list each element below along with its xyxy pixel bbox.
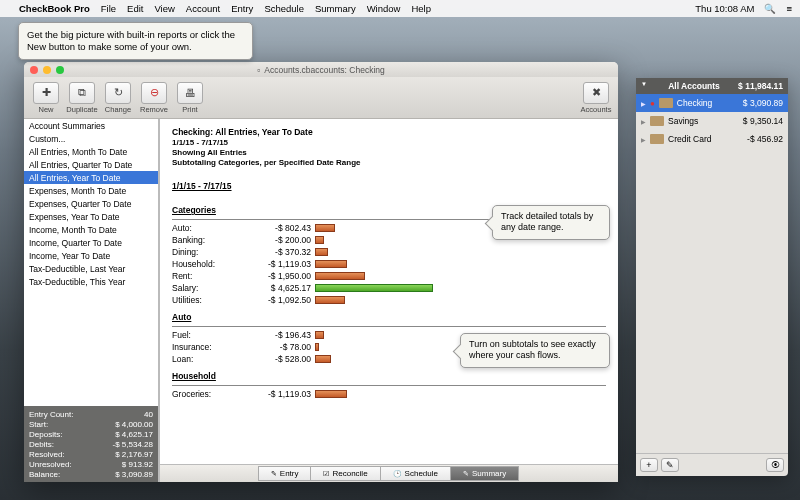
report-list-item[interactable]: Account Summaries (24, 119, 158, 132)
household-header: Household (172, 371, 606, 381)
stat-row: Deposits:$ 4,625.17 (29, 429, 153, 439)
category-row: Utilities:-$ 1,092.50 (172, 294, 606, 306)
intro-tooltip: Get the big picture with built-in report… (18, 22, 253, 60)
spotlight-icon[interactable]: 🔍 (764, 3, 776, 14)
drawer-header[interactable]: All Accounts $ 11,984.11 (636, 78, 788, 94)
menubar: CheckBook Pro File Edit View Account Ent… (0, 0, 800, 17)
tab-schedule[interactable]: 🕒Schedule (380, 466, 451, 481)
menu-entry[interactable]: Entry (231, 3, 253, 14)
callout-subtotals: Turn on subtotals to see exactly where y… (460, 333, 610, 368)
add-account-button[interactable]: + (640, 458, 658, 472)
category-row: Household:-$ 1,119.03 (172, 258, 606, 270)
account-icon (650, 116, 664, 126)
callout-date-range: Track detailed totals by any date range. (492, 205, 610, 240)
zoom-icon[interactable] (56, 66, 64, 74)
account-icon (659, 98, 673, 108)
report-showing: Showing All Entries (172, 148, 247, 157)
tab-entry[interactable]: ✎Entry (258, 466, 312, 481)
menu-file[interactable]: File (101, 3, 116, 14)
new-button[interactable]: ✚New (30, 82, 62, 114)
menu-extras-icon[interactable]: ≡ (786, 3, 792, 14)
report-list-item[interactable]: All Entries, Year To Date (24, 171, 158, 184)
report-list-item[interactable]: Expenses, Year To Date (24, 210, 158, 223)
drawer-settings-button[interactable]: ⦿ (766, 458, 784, 472)
report-list-item[interactable]: Income, Quarter To Date (24, 236, 158, 249)
category-row: Salary:$ 4,625.17 (172, 282, 606, 294)
change-button[interactable]: ↻Change (102, 82, 134, 114)
stat-row: Resolved:$ 2,176.97 (29, 449, 153, 459)
toolbar: ✚New ⧉Duplicate ↻Change ⊖Remove 🖶Print ✖… (24, 77, 618, 119)
report-list-item[interactable]: Income, Month To Date (24, 223, 158, 236)
drawer-header-label: All Accounts (668, 81, 720, 91)
report-date-range: 1/1/15 - 7/17/15 (172, 138, 228, 147)
edit-account-button[interactable]: ✎ (661, 458, 679, 472)
report-list-item[interactable]: Tax-Deductible, Last Year (24, 262, 158, 275)
account-row[interactable]: ▶●Checking$ 3,090.89 (636, 94, 788, 112)
menu-window[interactable]: Window (367, 3, 401, 14)
accounts-button[interactable]: ✖Accounts (580, 82, 612, 114)
report-list-item[interactable]: Expenses, Month To Date (24, 184, 158, 197)
stat-row: Start:$ 4,000.00 (29, 419, 153, 429)
tab-summary[interactable]: ✎Summary (450, 466, 519, 481)
stats-panel: Entry Count:40Start:$ 4,000.00Deposits:$… (24, 406, 158, 482)
account-row[interactable]: ▶Credit Card-$ 456.92 (636, 130, 788, 148)
tab-reconcile[interactable]: ☑Reconcile (310, 466, 380, 481)
category-row: Rent:-$ 1,950.00 (172, 270, 606, 282)
change-icon: ↻ (105, 82, 131, 104)
stat-row: Unresolved:$ 913.92 (29, 459, 153, 469)
menu-edit[interactable]: Edit (127, 3, 143, 14)
report-list-item[interactable]: All Entries, Month To Date (24, 145, 158, 158)
bottom-tabs: ✎Entry☑Reconcile🕒Schedule✎Summary (160, 464, 618, 482)
main-window: ▫Accounts.cbaccounts: Checking ✚New ⧉Dup… (24, 62, 618, 482)
stat-row: Debits:-$ 5,534.28 (29, 439, 153, 449)
category-row: Groceries:-$ 1,119.03 (172, 388, 606, 400)
stat-row: Balance:$ 3,090.89 (29, 469, 153, 479)
menu-help[interactable]: Help (411, 3, 431, 14)
drawer-total: $ 11,984.11 (738, 81, 783, 91)
alert-icon: ● (650, 99, 655, 108)
print-icon: 🖶 (177, 82, 203, 104)
duplicate-icon: ⧉ (69, 82, 95, 104)
drawer-footer: + ✎ ⦿ (636, 453, 788, 476)
category-row: Dining:-$ 370.32 (172, 246, 606, 258)
account-icon (650, 134, 664, 144)
duplicate-button[interactable]: ⧉Duplicate (66, 82, 98, 114)
close-icon[interactable] (30, 66, 38, 74)
accounts-drawer: All Accounts $ 11,984.11 ▶●Checking$ 3,0… (636, 78, 788, 476)
menu-view[interactable]: View (154, 3, 174, 14)
report-subtotaling: Subtotaling Categories, per Specified Da… (172, 158, 360, 167)
window-title: Accounts.cbaccounts: Checking (264, 65, 384, 75)
account-row[interactable]: ▶Savings$ 9,350.14 (636, 112, 788, 130)
auto-header: Auto (172, 312, 606, 322)
report-list-item[interactable]: Expenses, Quarter To Date (24, 197, 158, 210)
report-list-item[interactable]: All Entries, Quarter To Date (24, 158, 158, 171)
app-name[interactable]: CheckBook Pro (19, 3, 90, 14)
menu-summary[interactable]: Summary (315, 3, 356, 14)
remove-icon: ⊖ (141, 82, 167, 104)
menu-schedule[interactable]: Schedule (264, 3, 304, 14)
report-list-item[interactable]: Income, Year To Date (24, 249, 158, 262)
report-list-item[interactable]: Tax-Deductible, This Year (24, 275, 158, 288)
remove-button[interactable]: ⊖Remove (138, 82, 170, 114)
doc-icon: ▫ (257, 65, 260, 75)
menu-account[interactable]: Account (186, 3, 220, 14)
accounts-icon: ✖ (583, 82, 609, 104)
stat-row: Entry Count:40 (29, 409, 153, 419)
print-button[interactable]: 🖶Print (174, 82, 206, 114)
report-list[interactable]: Account SummariesCustom...All Entries, M… (24, 119, 158, 406)
report-heading: Checking: All Entries, Year To Date (172, 127, 313, 137)
minimize-icon[interactable] (43, 66, 51, 74)
report-sidebar: Account SummariesCustom...All Entries, M… (24, 119, 159, 482)
clock: Thu 10:08 AM (695, 3, 754, 14)
report-area: Checking: All Entries, Year To Date 1/1/… (159, 119, 618, 482)
report-list-item[interactable]: Custom... (24, 132, 158, 145)
section-range: 1/1/15 - 7/17/15 (172, 181, 232, 191)
new-icon: ✚ (33, 82, 59, 104)
titlebar: ▫Accounts.cbaccounts: Checking (24, 62, 618, 77)
